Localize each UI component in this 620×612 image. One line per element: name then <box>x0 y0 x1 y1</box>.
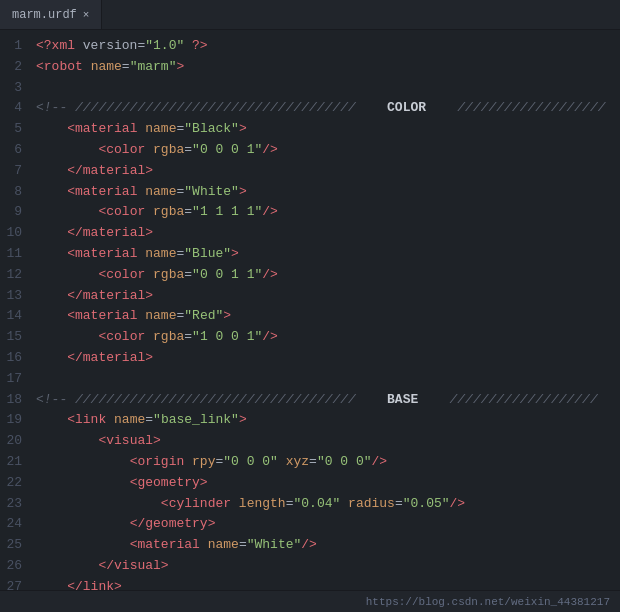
code-line: <material name="White"/> <box>36 535 620 556</box>
code-line: <material name="Blue"> <box>36 244 620 265</box>
line-number: 9 <box>6 202 22 223</box>
code-line: <!-- ///////////////////////////////////… <box>36 390 620 411</box>
line-number: 26 <box>6 556 22 577</box>
code-line: </visual> <box>36 556 620 577</box>
line-number: 6 <box>6 140 22 161</box>
line-number: 27 <box>6 577 22 590</box>
code-line: <cylinder length="0.04" radius="0.05"/> <box>36 494 620 515</box>
code-line: <robot name="marm"> <box>36 57 620 78</box>
line-number: 18 <box>6 390 22 411</box>
code-line: <material name="Black"> <box>36 119 620 140</box>
line-number: 20 <box>6 431 22 452</box>
code-line <box>36 369 620 390</box>
code-line: </geometry> <box>36 514 620 535</box>
tab-bar: marm.urdf × <box>0 0 620 30</box>
line-number: 14 <box>6 306 22 327</box>
line-number: 21 <box>6 452 22 473</box>
line-number: 8 <box>6 182 22 203</box>
code-line: </material> <box>36 348 620 369</box>
line-number: 13 <box>6 286 22 307</box>
code-line: <geometry> <box>36 473 620 494</box>
code-line: <link name="base_link"> <box>36 410 620 431</box>
code-line <box>36 78 620 99</box>
editor-area: 1234567891011121314151617181920212223242… <box>0 30 620 590</box>
line-number: 2 <box>6 57 22 78</box>
line-number: 5 <box>6 119 22 140</box>
code-line: <color rgba="0 0 1 1"/> <box>36 265 620 286</box>
line-number: 11 <box>6 244 22 265</box>
line-number: 10 <box>6 223 22 244</box>
code-line: <color rgba="0 0 0 1"/> <box>36 140 620 161</box>
tab-marm-urdf[interactable]: marm.urdf × <box>0 0 102 29</box>
code-area[interactable]: <?xml version="1.0" ?><robot name="marm"… <box>32 30 620 590</box>
code-line: <color rgba="1 0 0 1"/> <box>36 327 620 348</box>
line-number: 12 <box>6 265 22 286</box>
line-number: 22 <box>6 473 22 494</box>
code-line: </material> <box>36 223 620 244</box>
line-number: 16 <box>6 348 22 369</box>
line-number: 24 <box>6 514 22 535</box>
code-line: <!-- ///////////////////////////////////… <box>36 98 620 119</box>
code-line: </material> <box>36 286 620 307</box>
tab-close-icon[interactable]: × <box>83 9 90 21</box>
line-number: 23 <box>6 494 22 515</box>
line-number: 1 <box>6 36 22 57</box>
line-number: 25 <box>6 535 22 556</box>
line-number: 19 <box>6 410 22 431</box>
line-numbers: 1234567891011121314151617181920212223242… <box>0 30 32 590</box>
code-line: </material> <box>36 161 620 182</box>
code-line: <material name="Red"> <box>36 306 620 327</box>
code-line: <color rgba="1 1 1 1"/> <box>36 202 620 223</box>
code-line: <visual> <box>36 431 620 452</box>
code-line: </link> <box>36 577 620 590</box>
line-number: 7 <box>6 161 22 182</box>
status-bar: https://blog.csdn.net/weixin_44381217 <box>0 590 620 612</box>
tab-filename: marm.urdf <box>12 8 77 22</box>
line-number: 17 <box>6 369 22 390</box>
status-url: https://blog.csdn.net/weixin_44381217 <box>366 596 610 608</box>
code-line: <origin rpy="0 0 0" xyz="0 0 0"/> <box>36 452 620 473</box>
line-number: 15 <box>6 327 22 348</box>
line-number: 4 <box>6 98 22 119</box>
line-number: 3 <box>6 78 22 99</box>
code-line: <material name="White"> <box>36 182 620 203</box>
code-line: <?xml version="1.0" ?> <box>36 36 620 57</box>
